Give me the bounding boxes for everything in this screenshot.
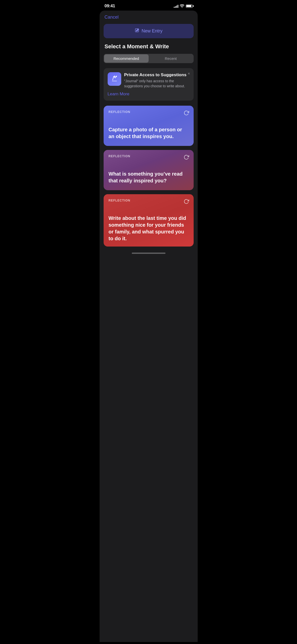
new-entry-icon [135,28,140,34]
privacy-card-header: Private Access to Suggestions "Journal" … [108,72,190,89]
privacy-card-title: Private Access to Suggestions [124,72,190,78]
status-icons [174,4,193,8]
reflection-card-3-text: Write about the last time you did someth… [109,215,189,242]
main-content: Cancel New Entry Select a Moment & Write… [100,11,198,642]
close-privacy-card-button[interactable]: × [188,72,190,76]
reflection-card-1[interactable]: REFLECTION Capture a photo of a person o… [104,106,194,146]
refresh-card-1-button[interactable] [184,110,189,117]
status-time: 09:41 [105,4,115,9]
segment-control: Recommended Recent [104,54,194,63]
new-entry-text: New Entry [142,28,162,34]
learn-more-link[interactable]: Learn More [108,92,190,97]
reflection-card-2-label: REFLECTION [109,154,189,158]
cancel-button[interactable]: Cancel [105,15,119,20]
svg-point-1 [115,76,117,77]
section-title: Select a Moment & Write [100,43,198,54]
reflection-card-2[interactable]: REFLECTION What is something you’ve read… [104,150,194,190]
segment-recommended[interactable]: Recommended [104,54,149,63]
home-indicator [100,251,198,255]
reflection-card-3[interactable]: REFLECTION Write about the last time you… [104,194,194,247]
privacy-text-block: Private Access to Suggestions "Journal" … [124,72,190,89]
status-bar: 09:41 [100,0,198,11]
refresh-card-2-button[interactable] [184,154,189,161]
privacy-card: × Private Access to Suggestions "Journal… [104,68,194,101]
new-entry-button[interactable]: New Entry [104,24,194,38]
battery-icon [186,5,193,8]
reflection-card-1-text: Capture a photo of a person or an object… [109,126,189,140]
refresh-card-3-button[interactable] [184,199,189,206]
reflection-card-2-text: What is something you’ve read that reall… [109,171,189,184]
segment-recent[interactable]: Recent [149,54,193,63]
signal-icon [174,4,178,8]
suggestions-icon [111,74,118,84]
reflection-card-3-label: REFLECTION [109,199,189,202]
privacy-icon-wrapper [108,72,121,86]
wifi-icon [180,4,184,8]
privacy-card-description: "Journal" only has access to the suggest… [124,79,190,89]
home-indicator-bar [132,253,165,254]
cancel-row: Cancel [100,11,198,22]
reflection-card-1-label: REFLECTION [109,110,189,114]
